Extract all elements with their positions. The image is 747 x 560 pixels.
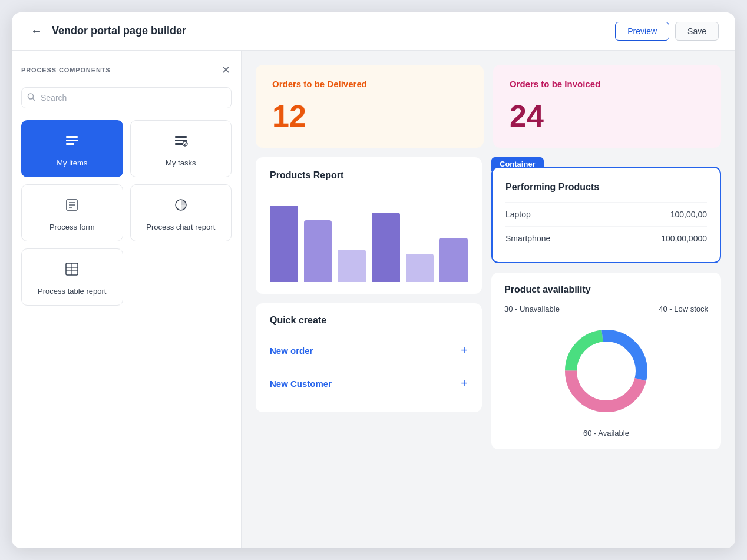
svg-rect-3	[66, 140, 78, 141]
stat-card-invoiced-label: Orders to be Invoiced	[510, 79, 705, 89]
left-col: Products Report Quick create New order +…	[256, 157, 482, 412]
container-card: Performing Products Laptop 100,00,00 Sma…	[491, 167, 721, 263]
product-name-laptop: Laptop	[505, 210, 531, 219]
stat-card-delivered: Orders to be Delivered 12	[256, 65, 484, 148]
legend-low-stock: 40 - Low stock	[659, 304, 708, 313]
component-process-table-report[interactable]: Process table report	[21, 248, 123, 306]
product-row-laptop: Laptop 100,00,00	[505, 202, 707, 226]
quick-create-new-order[interactable]: New order +	[270, 334, 468, 367]
component-grid: My items My tasks	[21, 120, 232, 306]
new-customer-link: New Customer	[270, 379, 332, 389]
stat-card-delivered-label: Orders to be Delivered	[272, 79, 467, 89]
stat-card-invoiced-value: 24	[510, 98, 705, 134]
products-report-title: Products Report	[270, 170, 468, 181]
bar-chart	[270, 190, 468, 284]
header: ← Vendor portal page builder Preview Sav…	[12, 12, 735, 51]
search-input[interactable]	[21, 87, 232, 108]
search-icon	[27, 92, 35, 102]
svg-rect-2	[66, 136, 78, 138]
donut-legends: 30 - Unavailable 40 - Low stock	[504, 304, 708, 313]
my-tasks-label: My tasks	[166, 158, 196, 167]
process-table-label: Process table report	[38, 287, 106, 296]
process-form-label: Process form	[49, 223, 95, 231]
my-tasks-icon	[173, 132, 189, 153]
new-customer-plus: +	[461, 377, 468, 390]
stat-cards-row: Orders to be Delivered 12 Orders to be I…	[256, 65, 721, 148]
quick-create-title: Quick create	[270, 315, 468, 334]
app-window: ← Vendor portal page builder Preview Sav…	[12, 12, 735, 548]
save-button[interactable]: Save	[675, 22, 719, 41]
back-button[interactable]: ←	[28, 22, 45, 40]
bar	[304, 220, 332, 282]
donut-chart	[553, 318, 659, 424]
bar	[439, 238, 468, 282]
svg-point-8	[183, 141, 187, 146]
svg-rect-7	[175, 143, 183, 145]
product-value-smartphone: 100,00,0000	[661, 234, 707, 243]
header-left: ← Vendor portal page builder	[28, 22, 186, 40]
bar	[372, 213, 400, 282]
product-value-laptop: 100,00,00	[670, 210, 707, 219]
availability-title: Product availability	[504, 284, 708, 295]
page-title: Vendor portal page builder	[52, 25, 186, 37]
process-form-icon	[64, 197, 80, 217]
my-items-icon	[64, 132, 80, 153]
legend-unavailable: 30 - Unavailable	[504, 304, 560, 313]
right-col: Container Performing Products Laptop 100…	[491, 157, 721, 449]
product-availability-card: Product availability 30 - Unavailable 40…	[491, 273, 721, 449]
process-table-icon	[64, 261, 80, 281]
stat-card-delivered-value: 12	[272, 98, 467, 134]
donut-container: 30 - Unavailable 40 - Low stock	[504, 304, 708, 438]
process-chart-icon	[173, 197, 189, 217]
component-my-tasks[interactable]: My tasks	[130, 120, 232, 177]
svg-rect-4	[66, 143, 74, 145]
sidebar: PROCESS COMPONENTS ✕	[12, 51, 242, 548]
preview-button[interactable]: Preview	[615, 22, 669, 41]
component-process-form[interactable]: Process form	[21, 184, 123, 241]
component-my-items[interactable]: My items	[21, 120, 123, 177]
container-wrapper: Container Performing Products Laptop 100…	[491, 167, 721, 263]
container-inner: Performing Products Laptop 100,00,00 Sma…	[493, 170, 720, 262]
products-report-card: Products Report	[256, 157, 482, 294]
process-chart-label: Process chart report	[146, 223, 215, 231]
bar	[406, 254, 434, 282]
header-actions: Preview Save	[615, 22, 719, 41]
report-row: Products Report Quick create New order +…	[256, 157, 721, 449]
quick-create-new-customer[interactable]: New Customer +	[270, 367, 468, 400]
product-name-smartphone: Smartphone	[505, 234, 550, 243]
sidebar-header: PROCESS COMPONENTS ✕	[21, 62, 232, 78]
main-content: PROCESS COMPONENTS ✕	[12, 51, 735, 548]
new-order-plus: +	[461, 344, 468, 357]
new-order-link: New order	[270, 346, 313, 356]
close-sidebar-button[interactable]: ✕	[220, 62, 232, 78]
bar	[338, 250, 366, 282]
my-items-label: My items	[57, 158, 87, 167]
svg-line-1	[33, 98, 35, 101]
svg-rect-5	[175, 136, 187, 138]
legend-available: 60 - Available	[583, 429, 629, 438]
stat-card-invoiced: Orders to be Invoiced 24	[493, 65, 721, 148]
component-process-chart-report[interactable]: Process chart report	[130, 184, 232, 241]
container-title: Performing Products	[505, 182, 707, 193]
search-box	[21, 87, 232, 108]
svg-rect-14	[66, 263, 78, 275]
canvas: Orders to be Delivered 12 Orders to be I…	[242, 51, 735, 548]
quick-create-card: Quick create New order + New Customer +	[256, 303, 482, 412]
product-row-smartphone: Smartphone 100,00,0000	[505, 226, 707, 250]
sidebar-title: PROCESS COMPONENTS	[21, 67, 111, 74]
bar	[270, 206, 298, 282]
